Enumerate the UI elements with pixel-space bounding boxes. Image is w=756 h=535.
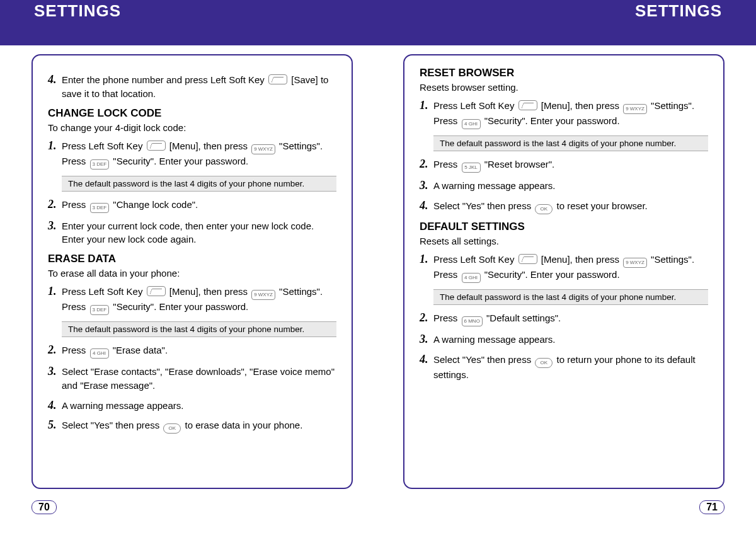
step-text: Press Left Soft Key [Menu], then press 9… bbox=[62, 139, 336, 170]
step-number: 4. bbox=[48, 399, 62, 413]
step-text: A warning message appears. bbox=[433, 179, 708, 193]
step-item: 5. Select "Yes" then press OK to erase d… bbox=[48, 418, 336, 434]
step-item: 4. Select "Yes" then press OK to reset y… bbox=[420, 199, 708, 214]
step-text: Press Left Soft Key [Menu], then press 9… bbox=[433, 99, 708, 129]
section-title: DEFAULT SETTINGS bbox=[420, 221, 708, 233]
key-3-icon: 3 DEF bbox=[90, 159, 110, 170]
step-item: 3. Enter your current lock code, then en… bbox=[48, 219, 336, 247]
note-box: The default password is the last 4 digit… bbox=[433, 135, 708, 151]
key-9-icon: 9 WXYZ bbox=[251, 290, 275, 300]
page-left: 4. Enter the phone number and press Left… bbox=[32, 54, 353, 489]
step-item: 1. Press Left Soft Key [Menu], then pres… bbox=[48, 285, 336, 315]
step-number: 3. bbox=[48, 365, 62, 393]
step-number: 4. bbox=[48, 73, 62, 101]
step-number: 2. bbox=[48, 343, 62, 359]
content-box-left: 4. Enter the phone number and press Left… bbox=[32, 54, 353, 489]
step-number: 1. bbox=[420, 99, 433, 129]
note-box: The default password is the last 4 digit… bbox=[62, 321, 336, 337]
key-4-icon: 4 GHI bbox=[462, 273, 481, 283]
section-subtitle: To erase all data in your phone: bbox=[48, 268, 336, 279]
step-item: 3. Select "Erase contacts", "Erase downl… bbox=[48, 365, 336, 393]
section-subtitle: To change your 4-digit lock code: bbox=[48, 122, 336, 133]
key-4-icon: 4 GHI bbox=[462, 119, 481, 129]
softkey-icon bbox=[268, 74, 287, 84]
step-number: 2. bbox=[420, 311, 433, 326]
step-item: 2. Press 6 MNO "Default settings". bbox=[420, 311, 708, 326]
header-bar: SETTINGS SETTINGS bbox=[0, 0, 756, 45]
softkey-icon bbox=[147, 286, 166, 296]
step-number: 1. bbox=[48, 139, 62, 170]
section-subtitle: Resets browser setting. bbox=[420, 82, 708, 93]
key-9-icon: 9 WXYZ bbox=[251, 144, 275, 154]
step-number: 1. bbox=[420, 253, 433, 283]
page-spread: 4. Enter the phone number and press Left… bbox=[0, 45, 756, 489]
section-title: RESET BROWSER bbox=[420, 67, 708, 79]
page-number-left: 70 bbox=[32, 500, 57, 514]
note-box: The default password is the last 4 digit… bbox=[62, 176, 336, 192]
content-box-right: RESET BROWSER Resets browser setting. 1.… bbox=[403, 54, 724, 489]
step-number: 5. bbox=[48, 418, 62, 434]
step-text: Press 3 DEF "Change lock code". bbox=[62, 198, 336, 213]
step-item: 2. Press 3 DEF "Change lock code". bbox=[48, 198, 336, 213]
step-item: 1. Press Left Soft Key [Menu], then pres… bbox=[48, 139, 336, 170]
step-number: 4. bbox=[420, 199, 433, 214]
section-title: ERASE DATA bbox=[48, 253, 336, 265]
key-6-icon: 6 MNO bbox=[462, 316, 483, 326]
step-number: 3. bbox=[420, 333, 433, 347]
step-number: 3. bbox=[48, 219, 62, 247]
step-text: Press 6 MNO "Default settings". bbox=[433, 311, 708, 326]
softkey-icon bbox=[518, 100, 537, 110]
section-subtitle: Resets all settings. bbox=[420, 236, 708, 246]
softkey-icon bbox=[518, 254, 537, 264]
step-text: Press 4 GHI "Erase data". bbox=[62, 343, 336, 359]
step-text: A warning message appears. bbox=[62, 399, 336, 413]
key-9-icon: 9 WXYZ bbox=[623, 258, 647, 268]
header-title-right: SETTINGS bbox=[635, 1, 722, 21]
step-item: 1. Press Left Soft Key [Menu], then pres… bbox=[420, 99, 708, 129]
step-text: Select "Yes" then press OK to reset your… bbox=[433, 199, 708, 214]
key-9-icon: 9 WXYZ bbox=[623, 104, 647, 114]
step-text: Select "Yes" then press OK to return you… bbox=[433, 353, 708, 382]
step-number: 4. bbox=[420, 353, 433, 382]
key-5-icon: 5 JKL bbox=[462, 163, 481, 173]
step-text: A warning message appears. bbox=[433, 333, 708, 347]
step-item: 4. Enter the phone number and press Left… bbox=[48, 73, 336, 101]
step-item: 2. Press 5 JKL "Reset browser". bbox=[420, 158, 708, 173]
step-item: 3. A warning message appears. bbox=[420, 179, 708, 193]
section-title: CHANGE LOCK CODE bbox=[48, 107, 336, 120]
step-item: 2. Press 4 GHI "Erase data". bbox=[48, 343, 336, 359]
step-text: Press Left Soft Key [Menu], then press 9… bbox=[433, 253, 708, 283]
step-item: 4. Select "Yes" then press OK to return … bbox=[420, 353, 708, 382]
note-box: The default password is the last 4 digit… bbox=[433, 289, 708, 305]
softkey-icon bbox=[147, 141, 166, 151]
step-text: Select "Yes" then press OK to erase data… bbox=[62, 418, 336, 434]
step-text: Enter your current lock code, then enter… bbox=[62, 219, 336, 247]
page-right: RESET BROWSER Resets browser setting. 1.… bbox=[403, 54, 724, 489]
key-3-icon: 3 DEF bbox=[90, 203, 110, 213]
key-3-icon: 3 DEF bbox=[90, 305, 110, 315]
ok-key-icon: OK bbox=[163, 423, 181, 434]
step-item: 3. A warning message appears. bbox=[420, 333, 708, 347]
page-number-right: 71 bbox=[699, 500, 724, 514]
ok-key-icon: OK bbox=[535, 358, 553, 368]
header-title-left: SETTINGS bbox=[34, 1, 121, 21]
step-item: 4. A warning message appears. bbox=[48, 399, 336, 413]
step-number: 3. bbox=[420, 179, 433, 193]
step-number: 1. bbox=[48, 285, 62, 315]
step-text: Select "Erase contacts", "Erase download… bbox=[62, 365, 336, 393]
key-4-icon: 4 GHI bbox=[90, 348, 109, 359]
step-text: Press 5 JKL "Reset browser". bbox=[433, 158, 708, 173]
step-item: 1. Press Left Soft Key [Menu], then pres… bbox=[420, 253, 708, 283]
step-number: 2. bbox=[420, 158, 433, 173]
step-text: Press Left Soft Key [Menu], then press 9… bbox=[62, 285, 336, 315]
ok-key-icon: OK bbox=[535, 204, 553, 214]
step-text: Enter the phone number and press Left So… bbox=[62, 73, 336, 101]
step-number: 2. bbox=[48, 198, 62, 213]
